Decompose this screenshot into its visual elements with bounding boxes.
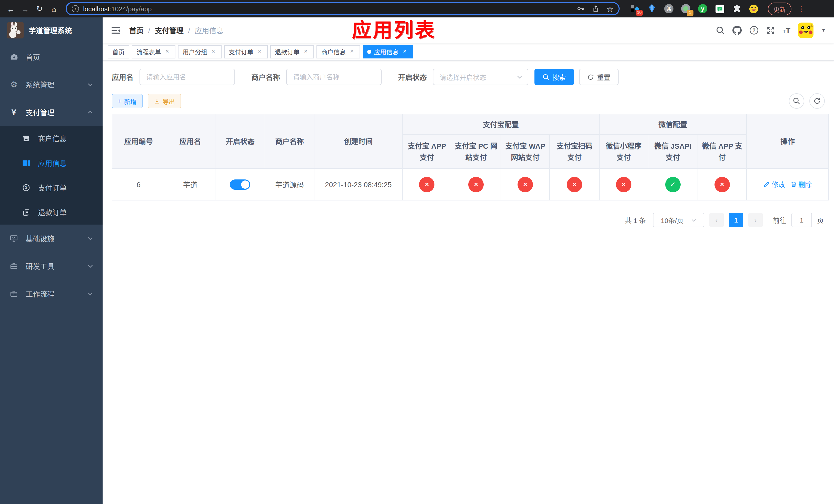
share-icon[interactable]: [592, 5, 599, 13]
sidebar-item-devtools[interactable]: 研发工具: [0, 252, 103, 280]
extension-emoji-icon[interactable]: [748, 4, 759, 14]
app-id-cell: 6: [112, 168, 165, 200]
sidebar-item-pay-order[interactable]: ¥支付订单: [0, 175, 103, 200]
filter-form: 应用名 商户名称 开启状态 请选择开启状态 搜索: [112, 69, 829, 85]
help-icon[interactable]: ?: [749, 26, 759, 35]
pagination-total: 共 1 条: [625, 215, 646, 225]
chevron-down-icon: [517, 74, 523, 80]
column-header: 开启状态: [215, 114, 265, 168]
search-button[interactable]: 搜索: [534, 69, 574, 85]
tab-app-info[interactable]: 应用信息×: [363, 45, 413, 58]
tab-label: 用户分组: [182, 47, 207, 56]
tab-label: 首页: [112, 47, 125, 56]
browser-home-icon[interactable]: ⌂: [48, 4, 60, 13]
avatar[interactable]: [798, 23, 813, 38]
column-header: 应用名: [165, 114, 215, 168]
close-tab-icon[interactable]: ×: [302, 48, 309, 55]
edit-link[interactable]: 修改: [764, 180, 785, 189]
wechat-config-group-header: 微信配置: [599, 114, 747, 135]
tab-pay-order[interactable]: 支付订单×: [224, 45, 268, 58]
breadcrumb-home[interactable]: 首页: [129, 25, 144, 36]
cross-circle-icon: ×: [567, 177, 582, 192]
tab-home[interactable]: 首页: [108, 45, 129, 58]
extension-blocks-icon[interactable]: 10: [630, 4, 640, 14]
chevron-up-icon: [87, 109, 93, 115]
navbar: 首页 / 支付管理 / 应用信息 应用列表 ?: [103, 18, 834, 43]
sidebar-item-label: 支付订单: [38, 183, 67, 193]
status-select[interactable]: 请选择开启状态: [433, 69, 528, 85]
extension-chat-icon[interactable]: [715, 4, 725, 14]
actions-cell: 修改删除: [747, 168, 829, 200]
chrome-menu-icon[interactable]: ⋮: [797, 5, 805, 13]
close-tab-icon[interactable]: ×: [210, 48, 217, 55]
page-size-select[interactable]: 10条/页: [653, 213, 704, 227]
add-button[interactable]: + 新增: [112, 94, 142, 108]
tab-refund-order[interactable]: 退款订单×: [270, 45, 314, 58]
search-icon[interactable]: [716, 26, 725, 35]
alipay-config-group-header: 支付宝配置: [402, 114, 599, 135]
current-page-button[interactable]: 1: [729, 213, 743, 227]
status-alipay-qr-cell: ×: [550, 168, 599, 200]
site-info-icon[interactable]: i: [72, 5, 79, 12]
extension-record-icon[interactable]: 1: [681, 4, 691, 14]
svg-text:¥: ¥: [25, 186, 27, 190]
goto-label: 前往: [773, 215, 786, 225]
status-alipay-pc-cell: ×: [452, 168, 501, 200]
export-button[interactable]: 导出: [148, 94, 181, 108]
store-icon: [22, 134, 31, 142]
goto-page-input[interactable]: [791, 213, 812, 227]
sidebar-item-merchant-info[interactable]: 商户信息: [0, 126, 103, 151]
sub-column-header: 支付宝 PC 网站支付: [452, 135, 501, 168]
browser-back-icon[interactable]: ←: [5, 4, 16, 13]
delete-link[interactable]: 删除: [790, 180, 812, 189]
tab-flow-form[interactable]: 流程表单×: [132, 45, 175, 58]
sub-column-header: 支付宝 APP 支付: [402, 135, 452, 168]
edit-label: 修改: [772, 180, 785, 189]
close-tab-icon[interactable]: ×: [401, 48, 408, 55]
sidebar-item-label: 工作流程: [26, 289, 54, 299]
create-time-cell: 2021-10-23 08:49:25: [314, 168, 402, 200]
sidebar-item-label: 系统管理: [26, 79, 54, 90]
sidebar-item-app-info[interactable]: 应用信息: [0, 151, 103, 175]
prev-page-button[interactable]: ‹: [709, 213, 724, 227]
font-size-icon[interactable]: TT: [783, 26, 791, 35]
fullscreen-icon[interactable]: [766, 26, 775, 35]
sidebar-item-refund-order[interactable]: 退款订单: [0, 200, 103, 225]
url-text[interactable]: localhost:1024/pay/app: [83, 5, 152, 13]
app-name-cell: 芋道: [165, 168, 215, 200]
toggle-search-button[interactable]: [789, 93, 804, 109]
status-alipay-wap-cell: ×: [501, 168, 550, 200]
app-name-input[interactable]: [139, 69, 235, 85]
extensions-puzzle-icon[interactable]: [731, 4, 742, 14]
sidebar-item-infra[interactable]: 基础设施: [0, 225, 103, 252]
address-bar[interactable]: i localhost:1024/pay/app ☆: [66, 2, 620, 15]
extension-y-icon[interactable]: y: [698, 4, 708, 14]
refresh-button[interactable]: [809, 93, 825, 109]
bookmark-star-icon[interactable]: ☆: [607, 5, 613, 13]
reset-button[interactable]: 重置: [579, 69, 619, 85]
avatar-caret-icon[interactable]: ▼: [821, 28, 826, 33]
close-tab-icon[interactable]: ×: [256, 48, 263, 55]
password-key-icon[interactable]: [576, 5, 585, 13]
sidebar-item-label: 基础设施: [26, 233, 54, 244]
sidebar-item-system[interactable]: ⚙系统管理: [0, 71, 103, 98]
next-page-button[interactable]: ›: [748, 213, 763, 227]
github-icon[interactable]: [732, 26, 742, 35]
extension-gem-icon[interactable]: [647, 4, 657, 14]
merchant-name-input[interactable]: [286, 69, 381, 85]
extension-command-icon[interactable]: ⌘: [664, 4, 674, 14]
hamburger-icon[interactable]: [111, 25, 121, 36]
sidebar-item-home[interactable]: 首页: [0, 43, 103, 71]
close-tab-icon[interactable]: ×: [348, 48, 355, 55]
tab-user-group[interactable]: 用户分组×: [178, 45, 222, 58]
sidebar-item-payment[interactable]: ¥支付管理: [0, 98, 103, 126]
enabled-toggle[interactable]: [230, 179, 250, 189]
browser-reload-icon[interactable]: ↻: [34, 4, 45, 13]
sidebar-item-workflow[interactable]: 工作流程: [0, 280, 103, 307]
chrome-update-button[interactable]: 更新: [768, 2, 791, 15]
browser-forward-icon[interactable]: →: [20, 4, 31, 13]
sidebar-logo[interactable]: 芋道管理系统: [0, 18, 103, 43]
breadcrumb-payment[interactable]: 支付管理: [155, 25, 184, 36]
close-tab-icon[interactable]: ×: [163, 48, 171, 55]
tab-merchant-info[interactable]: 商户信息×: [316, 45, 360, 58]
